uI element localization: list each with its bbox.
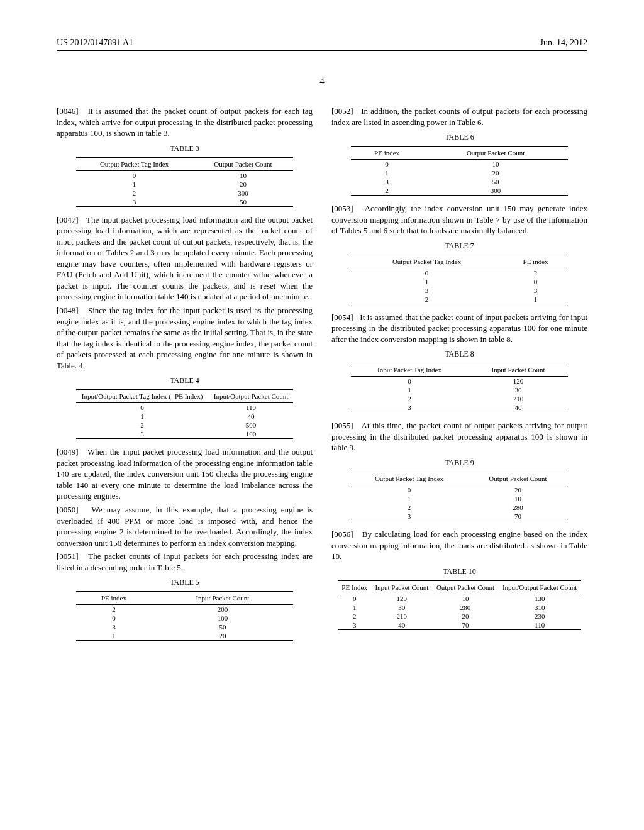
table10-caption: TABLE 10 [331,567,587,577]
table-row: 130280310 [338,603,581,612]
table-row: 2210 [351,394,569,403]
paragraph-0056: [0056] By calculating load for each proc… [331,529,587,562]
table8-caption: TABLE 8 [331,350,587,359]
paragraph-0050: [0050] We may assume, in this example, t… [57,504,313,548]
table-row: 0100 [76,614,294,622]
paragraph-0051: [0051] The packet counts of input packet… [57,551,313,573]
table-row: 3100 [76,429,294,439]
table8: Input Packet Tag IndexInput Packet Count… [351,363,569,412]
table-row: 33 [351,286,569,295]
table3: Output Packet Tag IndexOutput Packet Cou… [76,157,294,207]
page-number: 4 [57,76,587,87]
table6-caption: TABLE 6 [331,133,587,142]
table-row: 110 [351,494,569,503]
table-row: 370 [351,512,569,521]
table3-caption: TABLE 3 [57,144,313,153]
paragraph-0049: [0049] When the input packet processing … [57,446,313,502]
paragraph-0055: [0055] At this time, the packet count of… [331,420,587,453]
paragraph-0047: [0047] The input packet processing load … [57,214,313,302]
table-row: 2200 [76,605,294,614]
para-text: It is assumed that the packet count of o… [57,106,313,138]
table-row: 0110 [76,403,294,412]
paragraph-0052: [0052] In addition, the packet counts of… [331,106,587,128]
table4: Input/Output Packet Tag Index (=PE Index… [76,389,294,439]
table-row: 2500 [76,421,294,429]
table-row: 2300 [351,186,569,196]
publication-number: US 2012/0147891 A1 [57,38,133,48]
table10: PE IndexInput Packet CountOutput Packet … [338,580,581,630]
table-row: 140 [76,412,294,421]
table-row: 02 [351,268,569,277]
table4-caption: TABLE 4 [57,376,313,385]
table6: PE indexOutput Packet Count 010 120 350 … [351,146,569,196]
table-row: 350 [76,622,294,631]
table-row: 221020230 [338,612,581,621]
table-row: 350 [351,177,569,186]
table-row: 020 [351,485,569,495]
table-row: 012010130 [338,594,581,603]
table7-caption: TABLE 7 [331,241,587,251]
table-row: 10 [351,277,569,286]
th: Output Packet Tag Index [76,157,193,170]
table-row: 120 [351,169,569,177]
paragraph-0048: [0048] Since the tag index for the input… [57,305,313,371]
publication-date: Jun. 14, 2012 [540,38,587,48]
table-row: 120 [76,180,294,189]
paragraph-0046: [0046] It is assumed that the packet cou… [57,106,313,139]
table-row: 34070110 [338,621,581,630]
table-row: 2300 [76,189,294,197]
table9: Output Packet Tag IndexOutput Packet Cou… [351,472,569,521]
table7: Output Packet Tag IndexPE index 02 10 33… [351,255,569,304]
table-row: 010 [76,170,294,180]
page-header: US 2012/0147891 A1 Jun. 14, 2012 [57,38,587,51]
content-columns: [0046] It is assumed that the packet cou… [57,106,587,648]
th: Output Packet Count [193,157,294,170]
table-row: 130 [351,385,569,394]
left-column: [0046] It is assumed that the packet cou… [57,106,313,648]
table-row: 2280 [351,503,569,512]
table-row: 010 [351,160,569,169]
table-row: 340 [351,403,569,412]
table-row: 0120 [351,377,569,386]
table-row: 120 [76,631,294,641]
paragraph-0054: [0054] It is assumed that the packet cou… [331,312,587,345]
right-column: [0052] In addition, the packet counts of… [331,106,587,648]
table-row: 350 [76,197,294,207]
table9-caption: TABLE 9 [331,458,587,468]
table5: PE indexInput Packet Count 2200 0100 350… [76,591,294,641]
para-num: [0046] [57,106,79,116]
table-row: 21 [351,295,569,304]
paragraph-0053: [0053] Accordingly, the index conversion… [331,203,587,236]
table5-caption: TABLE 5 [57,578,313,587]
